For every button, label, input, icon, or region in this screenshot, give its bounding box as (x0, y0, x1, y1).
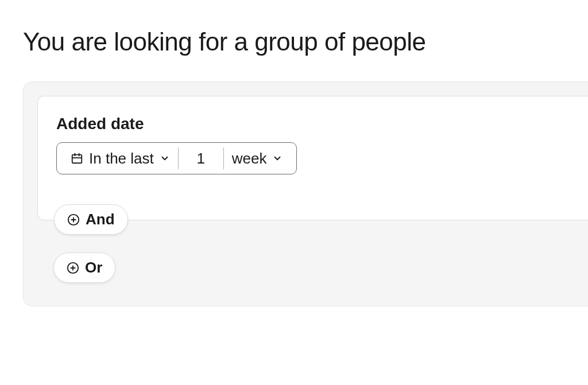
date-value-input[interactable]: 1 (182, 143, 220, 174)
date-unit-label: week (232, 150, 267, 168)
chevron-down-icon (272, 153, 283, 164)
svg-rect-0 (72, 155, 82, 164)
date-operator-select[interactable]: In the last (66, 143, 175, 174)
date-value-text: 1 (187, 150, 215, 168)
divider (223, 147, 224, 169)
filter-condition-panel: Added date In the last (37, 96, 588, 220)
plus-circle-icon (67, 262, 79, 274)
plus-circle-icon (67, 213, 80, 226)
date-operator-label: In the last (89, 150, 154, 168)
page-title: You are looking for a group of people (0, 0, 588, 56)
divider (178, 147, 179, 169)
filter-field-label: Added date (56, 115, 588, 133)
chevron-down-icon (160, 153, 170, 164)
and-button-label: And (86, 211, 115, 228)
add-and-condition-button[interactable]: And (54, 204, 128, 235)
filter-group-panel: Added date In the last (23, 81, 588, 306)
add-or-condition-button[interactable]: Or (53, 252, 115, 283)
calendar-icon (71, 152, 83, 165)
date-filter-control: In the last 1 week (56, 142, 297, 174)
date-unit-select[interactable]: week (227, 143, 288, 174)
or-button-label: Or (85, 259, 102, 277)
